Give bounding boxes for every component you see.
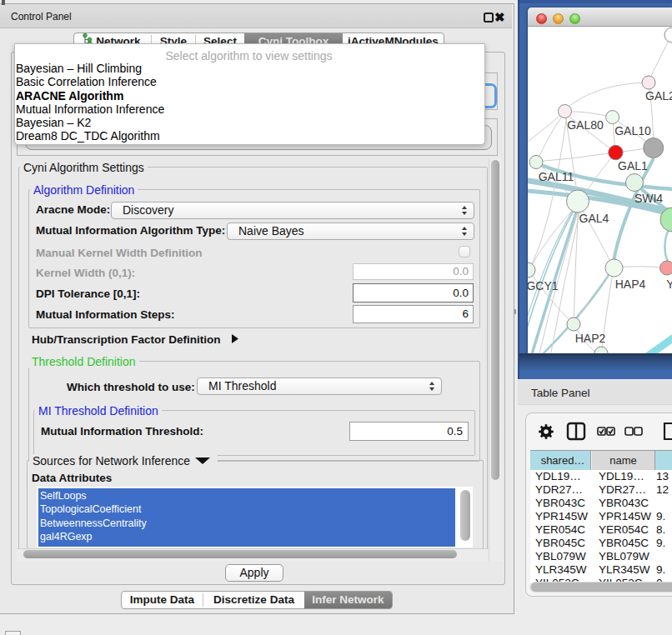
svg-text:GAL80: GAL80	[567, 118, 604, 132]
svg-text:HAP4: HAP4	[615, 278, 646, 291]
svg-text:GAL4: GAL4	[579, 212, 609, 225]
svg-text:HAP2: HAP2	[575, 332, 606, 345]
svg-text:GAL10: GAL10	[614, 124, 651, 138]
svg-text:Y: Y	[666, 278, 672, 291]
svg-text:GAL11: GAL11	[539, 170, 574, 183]
svg-text:GAL1: GAL1	[618, 159, 648, 172]
svg-text:SWI4: SWI4	[634, 192, 663, 205]
svg-text:GAL2: GAL2	[645, 89, 672, 102]
svg-text:GCY1: GCY1	[528, 279, 559, 292]
